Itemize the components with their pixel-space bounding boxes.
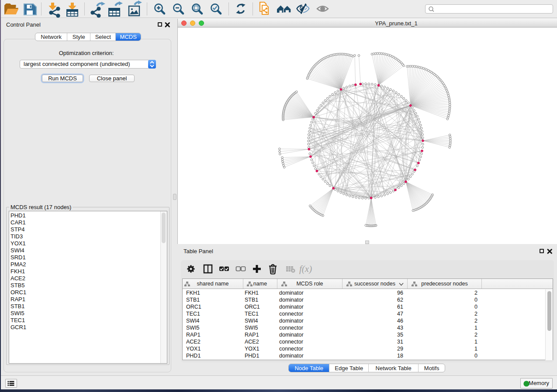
svg-text:f(x): f(x) — [299, 264, 312, 274]
